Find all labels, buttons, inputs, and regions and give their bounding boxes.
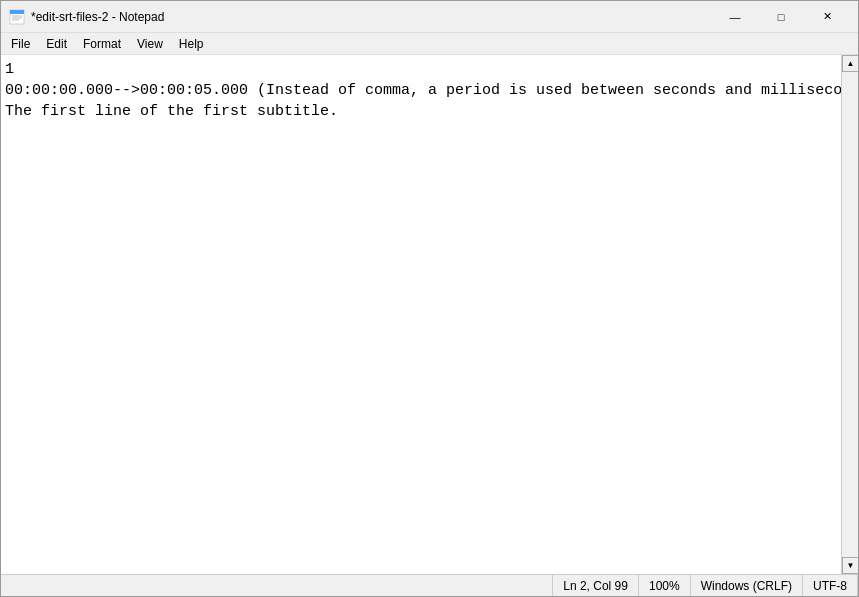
svg-rect-1 [10, 10, 24, 14]
scroll-track[interactable] [842, 72, 858, 557]
maximize-button[interactable]: □ [758, 1, 804, 33]
menu-file[interactable]: File [3, 34, 38, 54]
editor-area: 1 00:00:00.000-->00:00:05.000 (Instead o… [1, 55, 858, 574]
vertical-scrollbar[interactable]: ▲ ▼ [841, 55, 858, 574]
menu-bar: File Edit Format View Help [1, 33, 858, 55]
close-button[interactable]: ✕ [804, 1, 850, 33]
menu-help[interactable]: Help [171, 34, 212, 54]
scroll-down-button[interactable]: ▼ [842, 557, 858, 574]
main-window: *edit-srt-files-2 - Notepad — □ ✕ File E… [0, 0, 859, 597]
text-editor[interactable]: 1 00:00:00.000-->00:00:05.000 (Instead o… [1, 55, 841, 574]
app-icon [9, 9, 25, 25]
zoom-level: 100% [639, 575, 691, 596]
menu-view[interactable]: View [129, 34, 171, 54]
cursor-position: Ln 2, Col 99 [553, 575, 639, 596]
status-bar: Ln 2, Col 99 100% Windows (CRLF) UTF-8 [1, 574, 858, 596]
window-controls: — □ ✕ [712, 1, 850, 33]
scroll-up-button[interactable]: ▲ [842, 55, 858, 72]
line-ending: Windows (CRLF) [691, 575, 803, 596]
title-bar: *edit-srt-files-2 - Notepad — □ ✕ [1, 1, 858, 33]
encoding: UTF-8 [803, 575, 858, 596]
menu-edit[interactable]: Edit [38, 34, 75, 54]
menu-format[interactable]: Format [75, 34, 129, 54]
status-spacer [1, 575, 553, 596]
window-title: *edit-srt-files-2 - Notepad [31, 10, 712, 24]
minimize-button[interactable]: — [712, 1, 758, 33]
